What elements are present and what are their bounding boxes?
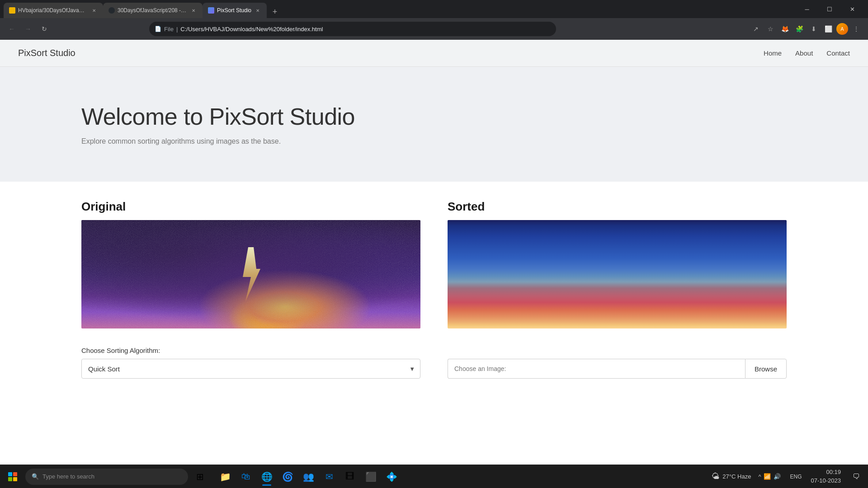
terminal-icon: ⬛ xyxy=(365,471,377,482)
notification-icon: 🗨 xyxy=(853,473,860,481)
controls-row: Choose Sorting Algorithm: Quick Sort Bub… xyxy=(81,347,787,379)
search-icon: 🔍 xyxy=(32,473,39,480)
toolbar-icons: ↗ ☆ 🦊 🧩 ⬇ ⬜ A ⋮ xyxy=(750,23,863,35)
browser-tab-3[interactable]: PixSort Studio ✕ xyxy=(203,3,267,18)
address-bar: ← → ↻ 📄 File | C:/Users/HVBAJ/Downloads/… xyxy=(0,18,868,40)
taskbar-app-explorer[interactable]: 📁 xyxy=(215,467,235,487)
sorted-label: Sorted xyxy=(448,200,787,214)
weather-text: 27°C Haze xyxy=(722,473,751,480)
puzzle-icon[interactable]: 🧩 xyxy=(793,23,806,35)
file-control-block: Browse xyxy=(448,347,787,379)
hero-title: Welcome to PixSort Studio xyxy=(81,103,787,130)
lightning-effect xyxy=(237,247,264,301)
taskbar-apps: 📁 🛍 🌐 🌀 👥 ✉ 🎞 ⬛ 💠 xyxy=(215,467,401,487)
taskbar-clock[interactable]: 00:19 07-10-2023 xyxy=(807,468,845,484)
task-view-icon: ⊞ xyxy=(196,471,204,482)
original-label: Original xyxy=(81,200,420,214)
system-tray: ^ 📶 🔊 xyxy=(755,473,784,480)
share-icon[interactable]: ↗ xyxy=(750,23,762,35)
nav-contact[interactable]: Contact xyxy=(826,49,850,57)
weather-info[interactable]: 🌤 27°C Haze xyxy=(712,472,751,481)
file-text-input[interactable] xyxy=(448,359,745,379)
main-content: Original Sorted xyxy=(0,182,868,397)
taskbar-app-edge[interactable]: 🌀 xyxy=(278,467,297,487)
extension-fox-icon[interactable]: 🦊 xyxy=(778,23,791,35)
taskbar-right: 🌤 27°C Haze ^ 📶 🔊 ENG 00:19 07-10-2023 🗨 xyxy=(712,468,864,484)
reload-button[interactable]: ↻ xyxy=(38,23,51,35)
nav-about[interactable]: About xyxy=(795,49,813,57)
close-button[interactable]: ✕ xyxy=(842,2,863,16)
pipe-separator: | xyxy=(176,26,178,33)
title-bar: HVbajoria/30DaysOfJavaScript: ✕ 30DaysOf… xyxy=(0,0,868,18)
explorer-icon: 📁 xyxy=(220,471,231,482)
taskbar-app-media[interactable]: 🎞 xyxy=(340,467,360,487)
maximize-button[interactable]: ☐ xyxy=(819,2,840,16)
download-icon[interactable]: ⬇ xyxy=(807,23,820,35)
forward-button[interactable]: → xyxy=(22,23,34,35)
original-image-block: Original xyxy=(81,200,420,328)
taskbar-app-store[interactable]: 🛍 xyxy=(236,467,256,487)
images-row: Original Sorted xyxy=(81,200,787,328)
profile-avatar[interactable]: A xyxy=(836,23,848,35)
hero-subtitle: Explore common sorting algorithms using … xyxy=(81,137,787,145)
browser-tab-1[interactable]: HVbajoria/30DaysOfJavaScript: ✕ xyxy=(4,3,103,18)
hero-section: Welcome to PixSort Studio Explore common… xyxy=(0,67,868,182)
address-url: C:/Users/HVBAJ/Downloads/New%20folder/in… xyxy=(180,26,551,33)
taskbar-search[interactable]: 🔍 Type here to search xyxy=(25,469,188,485)
taskbar-app-chrome[interactable]: 🌐 xyxy=(257,467,277,487)
browser-window: HVbajoria/30DaysOfJavaScript: ✕ 30DaysOf… xyxy=(0,0,868,488)
tray-network-icon[interactable]: 📶 xyxy=(764,473,771,480)
menu-icon[interactable]: ⋮ xyxy=(850,23,863,35)
file-icon: 📄 xyxy=(155,26,161,32)
start-button[interactable] xyxy=(4,468,22,486)
site-nav-links: Home About Contact xyxy=(764,49,850,57)
tab-close-2[interactable]: ✕ xyxy=(190,7,197,14)
splitview-icon[interactable]: ⬜ xyxy=(822,23,835,35)
language-indicator[interactable]: ENG xyxy=(788,474,803,480)
algo-select[interactable]: Quick Sort Bubble Sort Merge Sort Select… xyxy=(81,359,420,379)
taskbar-time: 00:19 xyxy=(811,468,841,476)
taskbar-app-mail[interactable]: ✉ xyxy=(319,467,339,487)
address-separator: File xyxy=(164,26,174,33)
tab-bar: HVbajoria/30DaysOfJavaScript: ✕ 30DaysOf… xyxy=(4,0,797,18)
tab-favicon-1 xyxy=(9,7,15,14)
tab-favicon-2 xyxy=(108,7,115,14)
search-placeholder-text: Type here to search xyxy=(42,473,94,480)
algo-select-wrap: Quick Sort Bubble Sort Merge Sort Select… xyxy=(81,359,420,379)
back-button[interactable]: ← xyxy=(5,23,18,35)
title-bar-controls: ─ ☐ ✕ xyxy=(797,2,864,16)
tab-title-1: HVbajoria/30DaysOfJavaScript: xyxy=(18,7,88,14)
nav-home[interactable]: Home xyxy=(764,49,782,57)
bookmark-icon[interactable]: ☆ xyxy=(764,23,777,35)
vscode-icon: 💠 xyxy=(386,471,397,482)
taskbar-app-vscode[interactable]: 💠 xyxy=(382,467,401,487)
tray-volume-icon[interactable]: 🔊 xyxy=(774,473,781,480)
address-input[interactable]: 📄 File | C:/Users/HVBAJ/Downloads/New%20… xyxy=(149,22,556,36)
store-icon: 🛍 xyxy=(241,471,250,482)
site-nav: PixSort Studio Home About Contact xyxy=(0,40,868,67)
sorted-image xyxy=(448,220,787,328)
tab-favicon-3 xyxy=(208,7,214,14)
algo-control-block: Choose Sorting Algorithm: Quick Sort Bub… xyxy=(81,347,420,379)
chrome-icon: 🌐 xyxy=(261,471,273,482)
windows-icon xyxy=(8,472,17,481)
notification-button[interactable]: 🗨 xyxy=(848,469,864,485)
new-tab-button[interactable]: + xyxy=(269,5,281,18)
media-icon: 🎞 xyxy=(345,471,354,482)
task-view-button[interactable]: ⊞ xyxy=(190,467,210,487)
browse-button[interactable]: Browse xyxy=(745,359,787,379)
algo-label: Choose Sorting Algorithm: xyxy=(81,347,420,354)
minimize-button[interactable]: ─ xyxy=(797,2,817,16)
tab-title-2: 30DaysOfJavaScript/208 - PixSo... xyxy=(118,7,187,14)
tray-chevron[interactable]: ^ xyxy=(758,473,761,480)
original-image-display xyxy=(81,220,420,328)
tab-title-3: PixSort Studio xyxy=(217,7,251,14)
taskbar-app-terminal[interactable]: ⬛ xyxy=(361,467,381,487)
taskbar-app-teams[interactable]: 👥 xyxy=(298,467,318,487)
teams-icon: 👥 xyxy=(303,471,314,482)
browser-tab-2[interactable]: 30DaysOfJavaScript/208 - PixSo... ✕ xyxy=(103,3,203,18)
sorted-image-display xyxy=(448,220,787,328)
page-content: PixSort Studio Home About Contact Welcom… xyxy=(0,40,868,465)
tab-close-3[interactable]: ✕ xyxy=(254,7,261,14)
tab-close-1[interactable]: ✕ xyxy=(90,7,98,14)
